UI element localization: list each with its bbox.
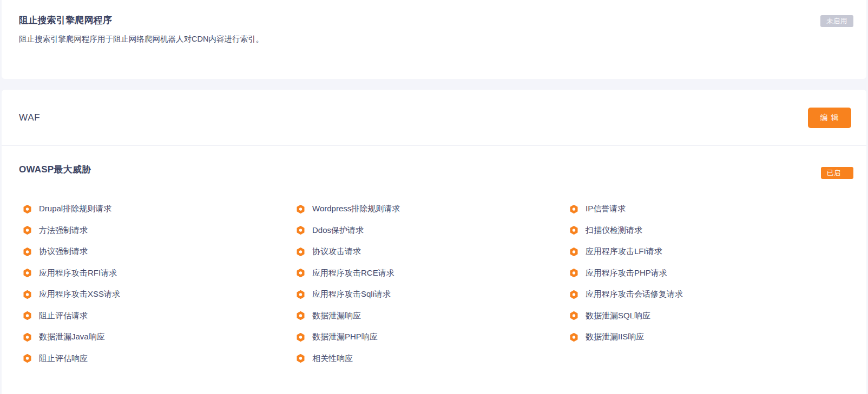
threat-item: 相关性响应	[292, 348, 565, 370]
threat-item-label: 应用程序攻击Sqli请求	[312, 289, 391, 299]
threat-item-label: 应用程序攻击XSS请求	[39, 289, 120, 299]
threat-item: 阻止评估请求	[19, 305, 292, 327]
threat-item: 数据泄漏Java响应	[19, 326, 292, 348]
owasp-section: OWASP最大威胁 已启用 Drupal排除规则请求方法强制请求协议强制请求应用…	[2, 146, 866, 369]
threat-item-label: 扫描仪检测请求	[586, 225, 642, 236]
threat-item-label: 应用程序攻击LFI请求	[586, 246, 662, 257]
waf-header-row: WAF 编 辑	[2, 90, 866, 146]
status-badge-enabled: 已启用	[821, 167, 853, 179]
threat-item: 数据泄漏IIS响应	[565, 326, 683, 348]
threat-item-label: 协议攻击请求	[312, 246, 361, 257]
threat-item: 应用程序攻击XSS请求	[19, 284, 292, 305]
threat-item: 数据泄漏SQL响应	[565, 305, 683, 327]
hex-nut-icon	[297, 248, 305, 256]
threat-item-label: IP信誉请求	[586, 204, 626, 214]
hex-nut-icon	[570, 311, 578, 320]
threat-item-label: Wordpress排除规则请求	[312, 204, 400, 214]
threat-item: 应用程序攻击RFI请求	[19, 263, 292, 284]
hex-nut-icon	[297, 205, 305, 213]
block-crawlers-description: 阻止搜索引擎爬网程序用于阻止网络爬网机器人对CDN内容进行索引。	[19, 34, 849, 44]
waf-edit-button[interactable]: 编 辑	[808, 108, 851, 128]
threat-item-label: 相关性响应	[312, 353, 353, 364]
threat-item: 扫描仪检测请求	[565, 220, 683, 242]
threat-item: 应用程序攻击LFI请求	[565, 241, 683, 263]
hex-nut-icon	[23, 248, 31, 256]
threat-item: 阻止评估响应	[19, 348, 292, 370]
threat-item: 协议强制请求	[19, 241, 292, 263]
hex-nut-icon	[23, 290, 31, 299]
block-crawlers-title: 阻止搜索引擎爬网程序	[19, 14, 849, 26]
threat-item-label: 数据泄漏SQL响应	[586, 311, 650, 321]
threat-item-label: Ddos保护请求	[312, 225, 364, 236]
hex-nut-icon	[297, 311, 305, 320]
threat-item-label: 方法强制请求	[39, 225, 88, 236]
threat-item: 数据泄漏PHP响应	[292, 326, 565, 348]
threat-item: 应用程序攻击PHP请求	[565, 263, 683, 284]
threat-item-label: 应用程序攻击RCE请求	[312, 268, 394, 278]
threat-item: Drupal排除规则请求	[19, 198, 292, 220]
hex-nut-icon	[23, 205, 31, 213]
hex-nut-icon	[23, 311, 31, 320]
owasp-badge-slot: 已启用	[821, 164, 853, 176]
hex-nut-icon	[23, 354, 31, 363]
status-badge-disabled: 未启用	[820, 15, 853, 27]
hex-nut-icon	[297, 333, 305, 342]
owasp-column: Wordpress排除规则请求Ddos保护请求协议攻击请求应用程序攻击RCE请求…	[292, 198, 565, 369]
threat-item-label: 阻止评估响应	[39, 353, 88, 364]
threat-item-label: 阻止评估请求	[39, 311, 88, 321]
threat-item-label: 应用程序攻击RFI请求	[39, 268, 117, 278]
waf-section: WAF 编 辑 OWASP最大威胁 已启用 Drupal排除规则请求方法强制请求…	[2, 90, 866, 394]
threat-item-label: 应用程序攻击PHP请求	[586, 268, 667, 278]
hex-nut-icon	[297, 354, 305, 363]
threat-item-label: 协议强制请求	[39, 246, 88, 257]
threat-item-label: 数据泄漏IIS响应	[586, 332, 644, 342]
hex-nut-icon	[570, 248, 578, 256]
threat-item: 应用程序攻击会话修复请求	[565, 284, 683, 305]
block-crawlers-section: 阻止搜索引擎爬网程序 阻止搜索引擎爬网程序用于阻止网络爬网机器人对CDN内容进行…	[2, 0, 866, 79]
hex-nut-icon	[570, 333, 578, 342]
hex-nut-icon	[23, 226, 31, 235]
threat-item-label: 数据泄漏Java响应	[39, 332, 105, 342]
hex-nut-icon	[23, 269, 31, 277]
hex-nut-icon	[570, 290, 578, 299]
threat-item: 应用程序攻击Sqli请求	[292, 284, 565, 305]
threat-item: 数据泄漏响应	[292, 305, 565, 327]
hex-nut-icon	[570, 205, 578, 213]
threat-item: Ddos保护请求	[292, 220, 565, 242]
threat-item: 方法强制请求	[19, 220, 292, 242]
hex-nut-icon	[570, 269, 578, 277]
threat-item: 协议攻击请求	[292, 241, 565, 263]
threat-item-label: 数据泄漏PHP响应	[312, 332, 378, 342]
owasp-column: IP信誉请求扫描仪检测请求应用程序攻击LFI请求应用程序攻击PHP请求应用程序攻…	[565, 198, 683, 369]
hex-nut-icon	[297, 269, 305, 277]
threat-item-label: Drupal排除规则请求	[39, 204, 111, 214]
owasp-column: Drupal排除规则请求方法强制请求协议强制请求应用程序攻击RFI请求应用程序攻…	[19, 198, 292, 369]
threat-item-label: 应用程序攻击会话修复请求	[586, 289, 683, 299]
hex-nut-icon	[570, 226, 578, 235]
threat-item: 应用程序攻击RCE请求	[292, 263, 565, 284]
hex-nut-icon	[23, 333, 31, 342]
owasp-header-row: OWASP最大威胁 已启用	[19, 163, 853, 176]
owasp-threat-grid: Drupal排除规则请求方法强制请求协议强制请求应用程序攻击RFI请求应用程序攻…	[19, 198, 853, 369]
threat-item-label: 数据泄漏响应	[312, 311, 361, 321]
threat-item: IP信誉请求	[565, 198, 683, 220]
threat-item: Wordpress排除规则请求	[292, 198, 565, 220]
owasp-title: OWASP最大威胁	[19, 163, 91, 176]
waf-title: WAF	[19, 112, 41, 123]
hex-nut-icon	[297, 290, 305, 299]
hex-nut-icon	[297, 226, 305, 235]
